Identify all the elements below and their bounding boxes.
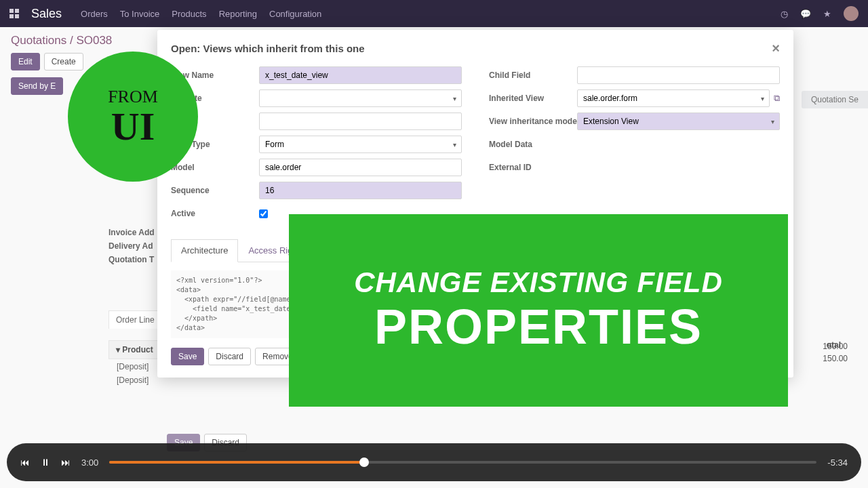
column-product[interactable]: ▾ Product — [108, 340, 161, 359]
apps-icon[interactable] — [9, 9, 19, 18]
brand: Sales — [31, 7, 62, 21]
modal-title: Open: Views which inherit from this one — [171, 43, 365, 54]
nav-orders[interactable]: Orders — [81, 9, 108, 19]
nav-configuration[interactable]: Configuration — [269, 9, 321, 19]
label-invoice-address: Invoice Add — [108, 228, 155, 237]
seek-progress — [109, 461, 363, 464]
label-active: Active — [171, 209, 259, 218]
child-field-input[interactable] — [577, 66, 780, 84]
amount-cell: 150.00 — [823, 354, 848, 363]
remaining-time: -5:34 — [827, 458, 848, 468]
nav-to-invoice[interactable]: To Invoice — [120, 9, 160, 19]
tab-order-line[interactable]: Order Line — [108, 310, 162, 329]
label-external-id: External ID — [489, 163, 577, 172]
label-inherit-mode: View inheritance mode — [489, 117, 577, 126]
overlay-rect: CHANGE EXISTING FIELD PROPERTIES — [289, 214, 788, 407]
model-input[interactable] — [259, 159, 462, 176]
create-button[interactable]: Create — [44, 53, 83, 70]
modal-title-row: Open: Views which inherit from this one … — [171, 41, 780, 56]
website-extra-input[interactable] — [259, 113, 462, 130]
inherit-mode-select[interactable] — [577, 113, 780, 130]
product-rows: [Deposit] [Deposit] — [117, 358, 149, 389]
label-model: Model — [171, 163, 259, 172]
label-quotation-template: Quotation T — [108, 255, 155, 264]
send-email-button[interactable]: Send by E — [11, 77, 63, 95]
label-delivery-address: Delivery Ad — [108, 241, 155, 251]
star-icon[interactable]: ★ — [823, 9, 831, 19]
nav-reporting[interactable]: Reporting — [219, 9, 257, 19]
overlay-circle-line2: UI — [111, 107, 155, 146]
next-track-button[interactable]: ⏭ — [61, 457, 71, 468]
amount-cell: 150.00 — [823, 342, 848, 351]
view-type-select[interactable] — [259, 136, 462, 153]
list-item[interactable]: [Deposit] — [117, 362, 149, 371]
label-sequence: Sequence — [171, 186, 259, 195]
sequence-input[interactable] — [259, 182, 462, 199]
website-select[interactable] — [259, 89, 462, 107]
bg-labels: Invoice Add Delivery Ad Quotation T — [108, 224, 155, 268]
label-model-data: Model Data — [489, 140, 577, 149]
chat-icon[interactable]: 💬 — [800, 9, 811, 19]
tab-architecture[interactable]: Architecture — [171, 239, 238, 262]
elapsed-time: 3:00 — [81, 458, 98, 468]
video-player: ⏮ ⏸ ⏭ 3:00 -5:34 — [7, 443, 861, 481]
modal-save-button[interactable]: Save — [171, 348, 204, 365]
avatar-icon[interactable] — [844, 6, 859, 21]
list-item[interactable]: [Deposit] — [117, 375, 149, 385]
label-child-field: Child Field — [489, 70, 577, 80]
inherited-view-select[interactable] — [577, 89, 770, 107]
amount-list: 150.00 150.00 — [823, 339, 848, 366]
prev-track-button[interactable]: ⏮ — [20, 457, 30, 468]
nav-products[interactable]: Products — [172, 9, 206, 19]
seek-bar[interactable] — [109, 461, 816, 464]
seek-knob[interactable] — [359, 458, 369, 467]
close-icon[interactable]: × — [772, 41, 780, 56]
view-name-input[interactable] — [259, 66, 462, 84]
label-inherited-view: Inherited View — [489, 94, 577, 103]
overlay-circle: FROM UI — [68, 52, 198, 182]
status-chip: Quotation Se — [802, 91, 868, 108]
edit-button[interactable]: Edit — [11, 53, 40, 70]
top-nav: Sales Orders To Invoice Products Reporti… — [0, 0, 868, 27]
pause-button[interactable]: ⏸ — [41, 457, 50, 468]
overlay-rect-line2: PROPERTIES — [374, 299, 703, 354]
overlay-rect-line1: CHANGE EXISTING FIELD — [354, 266, 723, 299]
external-link-icon[interactable]: ⧉ — [774, 93, 780, 104]
modal-discard-button[interactable]: Discard — [208, 348, 251, 365]
clock-icon[interactable]: ◷ — [781, 9, 788, 19]
active-checkbox[interactable] — [259, 209, 268, 218]
